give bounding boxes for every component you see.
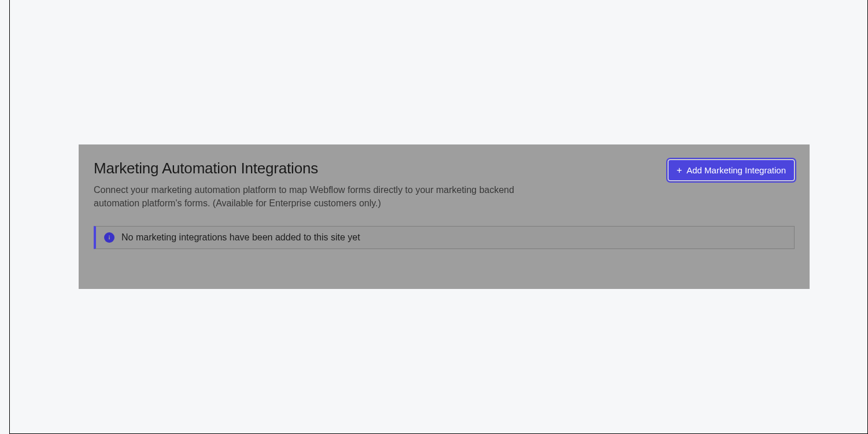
page-frame: Marketing Automation Integrations Connec… (9, 0, 868, 434)
info-icon (104, 232, 114, 243)
svg-rect-1 (109, 238, 110, 240)
info-banner: No marketing integrations have been adde… (94, 226, 795, 249)
panel-title: Marketing Automation Integrations (94, 159, 545, 177)
panel-description: Connect your marketing automation platfo… (94, 183, 545, 210)
panel-header: Marketing Automation Integrations Connec… (94, 159, 795, 210)
plus-icon: + (677, 166, 682, 175)
panel-header-text: Marketing Automation Integrations Connec… (94, 159, 545, 210)
marketing-integrations-panel: Marketing Automation Integrations Connec… (79, 144, 810, 289)
add-button-label: Add Marketing Integration (686, 165, 786, 175)
add-marketing-integration-button[interactable]: + Add Marketing Integration (668, 159, 795, 181)
svg-point-0 (109, 236, 110, 237)
info-message: No marketing integrations have been adde… (121, 232, 360, 243)
